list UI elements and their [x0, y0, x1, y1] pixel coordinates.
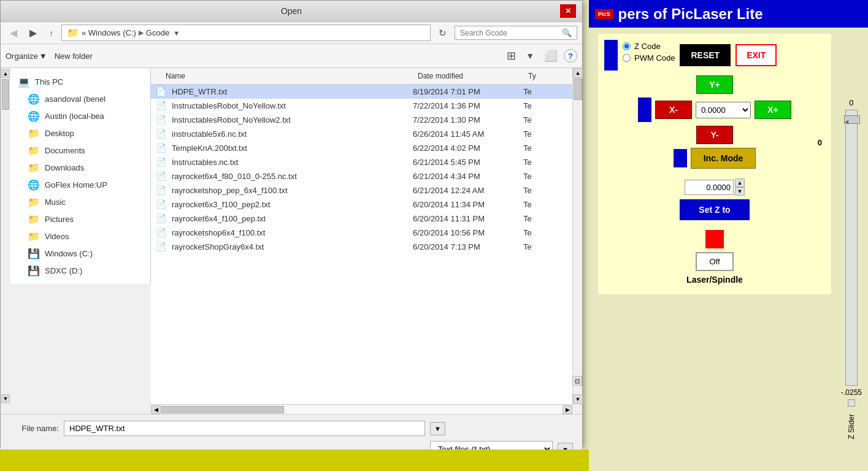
resize-grip[interactable]: ⊡ [572, 376, 582, 386]
nav-item-this-pc[interactable]: 💻 This PC [10, 73, 150, 90]
exit-button[interactable]: EXIT [735, 44, 777, 66]
view-dropdown-button[interactable]: ▼ [522, 48, 538, 63]
z-slider-checkbox[interactable] [848, 399, 855, 407]
file-icon-7: 📄 [156, 185, 168, 195]
file-row[interactable]: 📄 rayrocket6x4_f100_pep.txt 6/20/2014 11… [151, 212, 572, 226]
z-slider-track[interactable]: ◀ [845, 110, 858, 386]
nav-sidebar: 💻 This PC 🌐 asandoval (benel 🌐 Austin (l… [10, 68, 151, 284]
forward-button[interactable]: ▶ [25, 25, 41, 41]
dialog-commands-bar: Organize ▼ New folder ⊞ ▼ ⬜ ? [1, 44, 582, 68]
z-value-input[interactable]: 0.0000 [685, 180, 734, 195]
x-plus-button[interactable]: X+ [755, 101, 791, 119]
nav-item-sdxc-d[interactable]: 💾 SDXC (D:) [10, 262, 150, 279]
filename-input[interactable] [64, 421, 425, 436]
scroll-up-button[interactable]: ▲ [573, 68, 583, 78]
inc-mode-button[interactable]: Inc. Mode [691, 148, 756, 169]
scroll-left-button[interactable]: ◀ [151, 405, 161, 414]
col-header-name[interactable]: Name [161, 71, 413, 82]
nav-label-asandoval: asandoval (benel [45, 94, 106, 104]
file-icon-10: 📄 [156, 228, 168, 237]
file-row[interactable]: 📄 rayrocketshop_pep_6x4_f100.txt 6/21/20… [151, 183, 572, 197]
blue-side-indicator [604, 40, 618, 71]
nav-label-pictures: Pictures [45, 215, 74, 224]
scroll-thumb[interactable] [574, 78, 582, 100]
position-select[interactable]: 0.0000 [696, 102, 751, 118]
file-date-1: 7/22/2014 1:36 PM [413, 101, 523, 110]
nav-item-windows-c[interactable]: 💾 Windows (C:) [10, 245, 150, 262]
file-icon-11: 📄 [156, 242, 168, 251]
z-slider-thumb[interactable]: ◀ [844, 115, 860, 124]
file-type-3: Te [523, 129, 572, 139]
file-date-7: 6/21/2014 12:24 AM [413, 186, 523, 195]
nav-item-asandoval[interactable]: 🌐 asandoval (benel [10, 90, 150, 107]
h-scroll-thumb[interactable] [161, 406, 284, 413]
reset-button[interactable]: RESET [680, 44, 731, 66]
view-pane-button[interactable]: ⬜ [540, 47, 561, 65]
file-row[interactable]: 📄 InstructablesRobot_NoYellow.txt 7/22/2… [151, 99, 572, 113]
file-row[interactable]: 📄 Instructables.nc.txt 6/21/2014 5:45 PM… [151, 155, 572, 169]
nav-label-this-pc: This PC [35, 77, 63, 86]
file-row[interactable]: 📄 TempleKnA.200txt.txt 6/22/2014 4:02 PM… [151, 141, 572, 155]
pc-icon: 💻 [18, 75, 30, 88]
x-minus-button[interactable]: X- [655, 101, 692, 119]
folder-icon-downloads: 📁 [28, 161, 40, 174]
nav-item-desktop[interactable]: 📁 Desktop [10, 124, 150, 142]
nav-item-documents[interactable]: 📁 Documents [10, 142, 150, 159]
nav-sidebar-wrapper: ▲ ▼ 💻 This PC 🌐 asandoval (benel 🌐 Austi… [1, 68, 151, 404]
file-icon-0: 📄 [156, 86, 168, 96]
search-input[interactable] [460, 29, 559, 37]
filename-dropdown-button[interactable]: ▼ [430, 422, 445, 435]
new-folder-button[interactable]: New folder [55, 52, 93, 61]
scroll-right-button[interactable]: ▶ [563, 405, 572, 414]
off-label-text: Off [709, 257, 720, 266]
z-decrement-button[interactable]: ▼ [735, 187, 745, 196]
file-type-5: Te [523, 158, 572, 167]
file-type-0: Te [523, 87, 572, 96]
nav-item-goflex[interactable]: 🌐 GoFlex Home:UP [10, 176, 150, 193]
file-row[interactable]: 📄 rayrocket6x4_f80_010_0-255.nc.txt 6/21… [151, 169, 572, 183]
back-button[interactable]: ◀ [6, 25, 21, 41]
left-scroll-down[interactable]: ▼ [1, 394, 10, 403]
breadcrumb-dropdown-button[interactable]: ▼ [172, 29, 181, 37]
y-minus-button[interactable]: Y- [696, 126, 733, 144]
help-button[interactable]: ? [564, 49, 577, 63]
network-icon-asandoval: 🌐 [28, 93, 40, 105]
nav-item-downloads[interactable]: 📁 Downloads [10, 159, 150, 176]
left-scroll-thumb[interactable] [2, 79, 9, 110]
folder-icon-desktop: 📁 [28, 127, 40, 139]
z-code-radio-item[interactable]: Z Code [623, 42, 675, 51]
nav-item-pictures[interactable]: 📁 Pictures [10, 210, 150, 228]
folder-icon-music: 📁 [28, 196, 40, 208]
z-increment-button[interactable]: ▲ [735, 178, 745, 187]
pwm-code-radio[interactable] [623, 54, 631, 62]
file-row[interactable]: 📄 HDPE_WTR.txt 8/19/2014 7:01 PM Te [151, 85, 572, 99]
col-header-type[interactable]: Ty [523, 71, 572, 82]
y-plus-button[interactable]: Y+ [696, 75, 733, 94]
refresh-button[interactable]: ↻ [434, 25, 451, 41]
yellow-bottom-strip [0, 450, 589, 471]
file-row[interactable]: 📄 rayrocketShopGray6x4.txt 6/20/2014 7:1… [151, 240, 572, 254]
file-row[interactable]: 📄 rayrocket6x3_f100_pep2.txt 6/20/2014 1… [151, 197, 572, 212]
file-row[interactable]: 📄 instructable5x6.nc.txt 6/26/2014 11:45… [151, 127, 572, 141]
dialog-close-button[interactable]: ✕ [560, 4, 576, 18]
view-list-button[interactable]: ⊞ [503, 47, 520, 65]
z-spinbox[interactable]: 0.0000 ▲ ▼ [685, 178, 745, 196]
file-row[interactable]: 📄 rayrocketshop6x4_f100.txt 6/20/2014 10… [151, 226, 572, 240]
col-header-date[interactable]: Date modified [413, 71, 523, 82]
file-row[interactable]: 📄 InstructablesRobot_NoYellow2.txt 7/22/… [151, 113, 572, 127]
nav-item-austin[interactable]: 🌐 Austin (local-bea [10, 107, 150, 124]
organize-button[interactable]: Organize ▼ [6, 52, 47, 61]
file-date-11: 6/20/2014 7:13 PM [413, 242, 523, 251]
horizontal-scrollbar: ◀ ▶ [151, 404, 572, 414]
file-name-1: InstructablesRobot_NoYellow.txt [172, 101, 413, 110]
left-scroll-up[interactable]: ▲ [1, 69, 10, 78]
pwm-code-radio-item[interactable]: PWM Code [623, 53, 675, 63]
scroll-down-button[interactable]: ▼ [573, 394, 583, 404]
z-code-radio[interactable] [623, 42, 631, 50]
file-icon-3: 📄 [156, 129, 168, 139]
up-button[interactable]: ↑ [45, 26, 58, 40]
nav-item-videos[interactable]: 📁 Videos [10, 228, 150, 245]
set-z-button[interactable]: Set Z to [680, 199, 749, 220]
breadcrumb-bar[interactable]: 📁 « Windows (C:) ▶ Gcode ▼ [61, 25, 431, 41]
nav-item-music[interactable]: 📁 Music [10, 193, 150, 210]
